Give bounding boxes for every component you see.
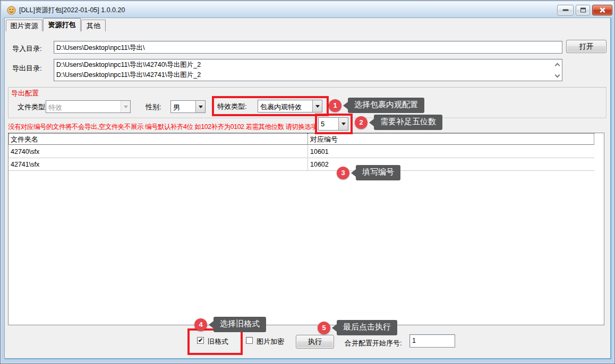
file-type-label: 文件类型:	[18, 102, 47, 112]
run-button[interactable]: 执行	[296, 335, 334, 349]
effect-type-value: 包裹内观特效	[258, 100, 312, 112]
old-format-checkbox[interactable]: ✔	[197, 337, 204, 344]
minimize-icon	[562, 10, 568, 11]
import-dir-input[interactable]: D:\Users\Desktop\npc11\导出\	[54, 41, 562, 54]
export-dir-label: 导出目录:	[12, 64, 42, 73]
pad-digits-combobox[interactable]: 5	[318, 117, 348, 131]
maximize-icon	[580, 8, 586, 13]
pad-digits-value: 5	[319, 118, 338, 130]
code-cell: 10601	[308, 145, 594, 158]
tab-image-resources[interactable]: 图片资源	[6, 20, 42, 31]
gender-label: 性别:	[146, 102, 161, 112]
old-format-label: 旧格式	[208, 337, 228, 346]
maximize-button[interactable]	[576, 5, 590, 15]
import-dir-label: 导入目录:	[12, 44, 42, 54]
image-encrypt-label: 图片加密	[257, 337, 284, 346]
close-button[interactable]	[592, 5, 612, 15]
export-dir-line: D:\Users\Desktop\npc11\导出\\42741\导出图片_2	[56, 70, 550, 80]
tab-resource-pack[interactable]: 资源打包	[43, 18, 81, 31]
window-title: [DLL]资源打包[2022-01-05] 1.0.0.20	[19, 6, 125, 15]
merge-start-label: 合并配置开始序号:	[345, 339, 402, 348]
chevron-down-icon	[121, 101, 130, 112]
notice-text: 没有对应编号的文件将不会导出,空文件夹不展示 编号默认补齐4位 如102补齐为0…	[8, 123, 317, 132]
minimize-button[interactable]	[557, 5, 574, 15]
tab-label: 其他	[87, 21, 100, 31]
import-dir-value: D:\Users\Desktop\npc11\导出\	[54, 41, 562, 53]
open-button-label: 打开	[579, 42, 594, 51]
code-cell: 10602	[308, 158, 594, 171]
chevron-down-icon	[338, 118, 348, 130]
table-row[interactable]: 42741\sfx 10602	[8, 158, 594, 171]
export-config-group-label: 导出配置	[11, 89, 39, 98]
effect-type-combobox[interactable]: 包裹内观特效	[258, 100, 322, 112]
app-window: [DLL]资源打包[2022-01-05] 1.0.0.20 图片资源 资源打包…	[0, 0, 615, 364]
folder-code-table: 文件夹名 对应编号 42740\sfx 10601 42741\sfx 1060…	[8, 133, 604, 325]
run-button-label: 执行	[308, 337, 322, 346]
gender-combobox[interactable]: 男	[170, 100, 206, 113]
effect-type-label: 特效类型:	[217, 102, 247, 111]
column-header-code[interactable]: 对应编号	[308, 133, 594, 145]
export-dir-line: D:\Users\Desktop\npc11\导出\\42740\导出图片_2	[56, 60, 550, 70]
title-bar[interactable]: [DLL]资源打包[2022-01-05] 1.0.0.20	[2, 2, 613, 18]
column-header-folder[interactable]: 文件夹名	[8, 133, 308, 145]
merge-start-value: 1	[410, 335, 455, 344]
smiley-app-icon	[7, 6, 16, 15]
folder-cell: 42740\sfx	[8, 145, 308, 158]
open-button[interactable]: 打开	[566, 40, 607, 53]
close-icon	[599, 7, 605, 13]
table-row[interactable]: 42740\sfx 10601	[8, 145, 594, 158]
image-encrypt-checkbox[interactable]	[246, 337, 253, 344]
folder-cell: 42741\sfx	[8, 158, 308, 171]
gender-value: 男	[171, 101, 195, 112]
merge-start-input[interactable]: 1	[409, 334, 455, 348]
tab-other[interactable]: 其他	[81, 20, 106, 31]
chevron-down-icon	[312, 100, 322, 112]
table-header-row: 文件夹名 对应编号	[8, 133, 594, 145]
checkmark-icon: ✔	[198, 337, 203, 343]
tab-label: 资源打包	[48, 20, 76, 30]
export-dir-textarea[interactable]: D:\Users\Desktop\npc11\导出\\42740\导出图片_2 …	[54, 59, 562, 81]
file-type-combobox: 特效	[46, 100, 131, 113]
file-type-value: 特效	[46, 101, 121, 112]
chevron-down-icon	[195, 101, 205, 112]
tab-label: 图片资源	[11, 21, 38, 31]
